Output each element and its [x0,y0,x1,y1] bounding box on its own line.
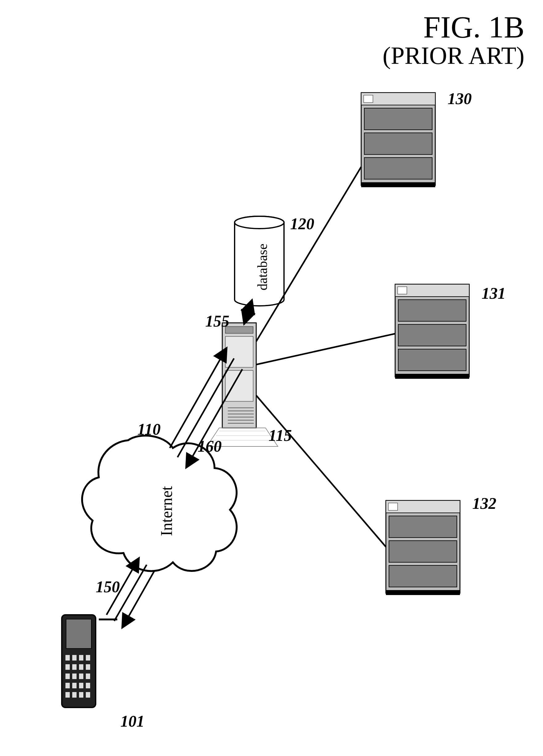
server-rack-131-icon [395,284,469,379]
svg-rect-33 [225,327,253,333]
ref-150: 150 [96,578,120,596]
svg-rect-26 [72,692,77,698]
svg-rect-22 [72,655,77,661]
svg-rect-24 [72,674,77,679]
mobile-phone-icon [62,615,117,707]
svg-rect-20 [79,683,83,688]
server-rack-132-icon [386,500,460,595]
ref-120: 120 [290,215,314,233]
ref-115: 115 [269,426,292,445]
svg-rect-13 [86,664,90,670]
svg-rect-18 [79,664,83,670]
central-server-icon [207,323,278,446]
svg-rect-28 [65,664,70,670]
diagram-svg [0,0,543,756]
ref-101: 101 [120,712,145,730]
svg-rect-19 [79,674,83,679]
database-label: database [255,244,271,290]
svg-rect-15 [86,683,90,688]
svg-rect-27 [65,655,70,661]
svg-rect-17 [79,655,83,661]
ref-132: 132 [472,494,496,513]
svg-rect-34 [225,336,253,367]
arrow-cloud-to-server [170,349,226,448]
svg-rect-25 [72,683,77,688]
ref-160: 160 [198,437,222,455]
svg-rect-14 [86,674,90,679]
svg-rect-16 [86,692,90,698]
svg-rect-21 [79,692,83,698]
svg-rect-30 [65,683,70,688]
ref-110: 110 [137,420,161,438]
server-rack-130-icon [361,93,435,187]
svg-rect-11 [66,619,91,648]
ref-155: 155 [205,312,230,330]
diagram-stage: FIG. 1B (PRIOR ART) [0,0,543,756]
svg-rect-31 [65,692,70,698]
svg-rect-12 [86,655,90,661]
link-server-to-132 [256,395,386,547]
link-server-to-131 [256,334,395,365]
cloud-label: Internet [158,486,176,536]
svg-rect-23 [72,664,77,670]
svg-rect-29 [65,674,70,679]
ref-130: 130 [448,90,472,108]
ref-131: 131 [482,284,506,302]
